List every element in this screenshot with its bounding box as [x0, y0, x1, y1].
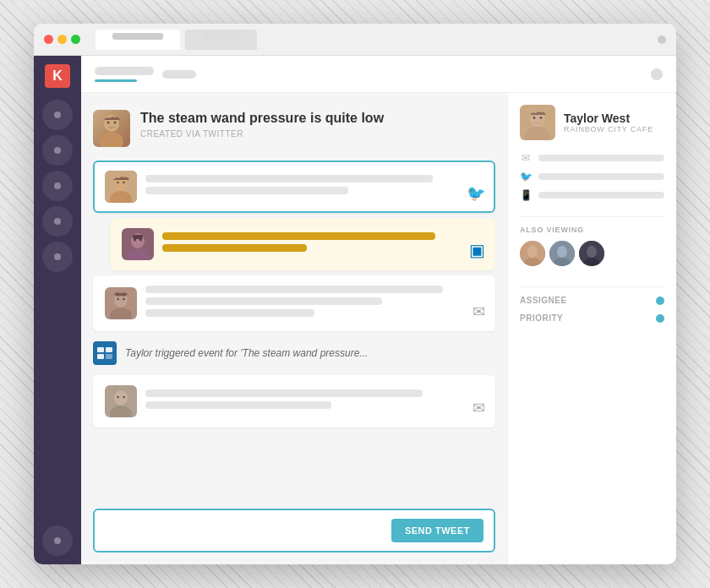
- msg-bar-4b: [145, 401, 331, 409]
- ticket-subtitle: CREATED VIA TWITTER: [140, 129, 384, 139]
- maximize-dot[interactable]: [71, 35, 80, 44]
- priority-label: PRIORITY: [520, 313, 563, 323]
- msg-avatar-3: [105, 287, 137, 319]
- content-area: The steam wand pressure is quite low CRE…: [81, 56, 676, 564]
- also-viewing-label: ALSO VIEWING: [520, 226, 664, 234]
- msg-bar-4a: [145, 389, 423, 397]
- message-card-2[interactable]: ▣: [110, 218, 495, 270]
- nav-item-5[interactable]: [42, 242, 73, 272]
- svg-rect-23: [106, 354, 112, 359]
- contact-twitter-row: 🐦: [520, 171, 664, 182]
- feed-column: The steam wand pressure is quite low CRE…: [81, 93, 507, 564]
- nav-item-1[interactable]: [42, 100, 73, 130]
- svg-point-7: [117, 182, 119, 184]
- contact-phone-row: 📱: [520, 189, 664, 201]
- svg-point-19: [123, 298, 125, 301]
- compose-box[interactable]: SEND TWEET: [93, 509, 495, 553]
- ticket-title-block: The steam wand pressure is quite low CRE…: [140, 110, 384, 139]
- svg-point-3: [114, 122, 117, 124]
- contact-header: Taylor West RAINBOW CITY CAFE: [520, 105, 664, 140]
- ticket-avatar: [93, 110, 130, 147]
- divider-1: [520, 216, 664, 217]
- sub-header: [81, 56, 676, 93]
- message-card-1[interactable]: 🐦: [93, 161, 495, 213]
- twitter-info-bar: [538, 173, 664, 180]
- contact-email-row: ✉: [520, 152, 664, 164]
- event-text: Taylor triggered event for 'The steam wa…: [125, 347, 368, 359]
- msg-avatar-2: [122, 228, 154, 260]
- sub-header-circle: [651, 68, 663, 80]
- msg-content-1: [145, 175, 483, 199]
- svg-point-25: [114, 390, 128, 406]
- msg-bar-3a: [145, 286, 443, 293]
- viewer-avatar-3: [579, 241, 604, 266]
- main-layout: K: [34, 56, 676, 564]
- svg-point-32: [533, 117, 536, 119]
- svg-point-13: [139, 239, 142, 242]
- sub-header-bar-2: [162, 70, 196, 79]
- msg-bar-3b: [145, 297, 382, 305]
- svg-rect-22: [97, 354, 104, 359]
- msg-bar-1b: [145, 187, 348, 194]
- svg-point-33: [540, 117, 543, 119]
- msg-avatar-4: [105, 385, 137, 417]
- window-controls: [44, 35, 80, 44]
- right-panel: Taylor West RAINBOW CITY CAFE ✉ 🐦: [507, 93, 676, 564]
- email-info-icon: ✉: [520, 152, 532, 164]
- priority-dot[interactable]: [656, 314, 664, 323]
- phone-info-icon: 📱: [520, 189, 532, 201]
- minimize-dot[interactable]: [57, 35, 67, 44]
- msg-bar-1a: [145, 175, 433, 182]
- close-dot[interactable]: [44, 35, 53, 44]
- also-viewing-avatars: [520, 241, 664, 266]
- contact-company: RAINBOW CITY CAFE: [564, 125, 653, 133]
- email-icon-3: ✉: [472, 302, 485, 321]
- assignee-dot[interactable]: [656, 297, 664, 305]
- app-logo: K: [45, 64, 70, 88]
- svg-rect-21: [106, 347, 112, 352]
- message-card-4[interactable]: ✉: [93, 375, 495, 427]
- svg-point-41: [587, 246, 597, 258]
- email-icon-4: ✉: [472, 399, 485, 417]
- ticket-header: The steam wand pressure is quite low CRE…: [93, 103, 495, 155]
- event-logo: [93, 341, 117, 365]
- assignee-row: ASSIGNEE: [520, 296, 664, 305]
- svg-point-27: [117, 396, 119, 399]
- svg-point-2: [107, 122, 110, 124]
- msg-bar-2b: [162, 244, 307, 252]
- msg-bar-2a: [162, 232, 435, 240]
- contact-name: Taylor West: [564, 112, 653, 126]
- twitter-icon: 🐦: [467, 184, 485, 203]
- viewer-avatar-2: [549, 241, 575, 266]
- tab-1[interactable]: [96, 30, 180, 50]
- contact-avatar: [520, 105, 555, 140]
- msg-content-2: [162, 232, 483, 256]
- ticket-title: The steam wand pressure is quite low: [140, 110, 384, 128]
- svg-rect-14: [133, 235, 143, 239]
- message-card-3[interactable]: ✉: [93, 275, 495, 331]
- compose-area: SEND TWEET: [81, 500, 507, 564]
- nav-item-2[interactable]: [42, 135, 73, 166]
- sidebar: K: [34, 56, 81, 564]
- contact-info: Taylor West RAINBOW CITY CAFE: [564, 112, 653, 134]
- svg-point-8: [123, 182, 125, 184]
- nav-item-4[interactable]: [42, 206, 73, 237]
- svg-rect-20: [97, 347, 104, 352]
- svg-point-1: [100, 132, 123, 147]
- trello-icon: ▣: [469, 240, 485, 260]
- feed-scroll: The steam wand pressure is quite low CRE…: [81, 93, 507, 500]
- msg-content-4: [145, 389, 483, 413]
- svg-point-18: [117, 298, 119, 301]
- window-dot: [658, 35, 666, 44]
- nav-item-3[interactable]: [42, 171, 73, 201]
- sub-header-bar-1: [95, 67, 154, 75]
- msg-content-3: [145, 286, 483, 321]
- tab-2[interactable]: [185, 30, 257, 50]
- sub-header-underline: [95, 79, 137, 82]
- send-tweet-button[interactable]: SEND TWEET: [391, 519, 483, 542]
- twitter-info-icon: 🐦: [520, 171, 532, 182]
- viewer-avatar-1: [520, 241, 545, 266]
- assignee-label: ASSIGNEE: [520, 296, 567, 305]
- msg-bar-3c: [145, 309, 314, 317]
- nav-item-bottom[interactable]: [42, 525, 73, 556]
